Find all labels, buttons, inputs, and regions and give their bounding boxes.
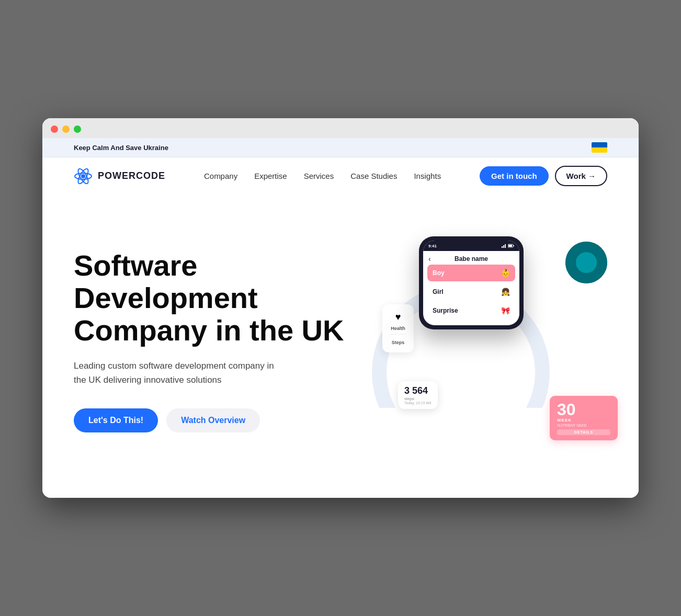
nav-expertise[interactable]: Expertise bbox=[254, 172, 287, 180]
nav-services[interactable]: Services bbox=[304, 172, 334, 180]
svg-rect-8 bbox=[513, 245, 514, 246]
phone-status-icons bbox=[502, 244, 514, 248]
svg-rect-6 bbox=[505, 244, 506, 248]
steps-widget-label: Steps bbox=[392, 340, 405, 345]
steps-sub: Today, 10:15 AM bbox=[404, 401, 432, 405]
flag-yellow bbox=[592, 147, 607, 153]
battery-icon bbox=[508, 244, 514, 248]
phone-list: Boy 👶 Girl 👧 Surprise 🎀 bbox=[423, 265, 519, 325]
health-widget: ♥ Health Steps bbox=[382, 304, 414, 352]
phone-item-boy-emoji: 👶 bbox=[501, 269, 510, 277]
phone-screen: 9:41 bbox=[423, 241, 519, 325]
phone-header: ‹ Babe name bbox=[423, 251, 519, 265]
maximize-button[interactable] bbox=[74, 126, 81, 133]
logo-text: POWERCODE bbox=[98, 170, 165, 181]
phone-item-boy-label: Boy bbox=[433, 269, 445, 277]
nav-links: Company Expertise Services Case Studies … bbox=[204, 172, 441, 181]
get-in-touch-button[interactable]: Get in touch bbox=[480, 166, 549, 186]
browser-window: Keep Calm And Save Ukraine POWERCODE Com… bbox=[42, 118, 639, 498]
logo[interactable]: POWERCODE bbox=[74, 167, 165, 186]
week-details: DETAILS bbox=[557, 429, 610, 435]
logo-icon bbox=[74, 167, 93, 186]
phone-list-item-boy: Boy 👶 bbox=[427, 265, 515, 281]
steps-card: 3 564 steps Today, 10:15 AM bbox=[398, 381, 438, 409]
phone-list-item-surprise: Surprise 🎀 bbox=[427, 302, 515, 319]
svg-point-0 bbox=[81, 174, 85, 178]
nav-company[interactable]: Company bbox=[204, 172, 237, 180]
widget-divider bbox=[390, 334, 406, 335]
top-banner: Keep Calm And Save Ukraine bbox=[42, 138, 639, 157]
phone-header-title: Babe name bbox=[455, 255, 488, 263]
browser-chrome bbox=[42, 118, 639, 138]
work-button[interactable]: Work → bbox=[555, 166, 607, 186]
phone-item-surprise-emoji: 🎀 bbox=[501, 306, 510, 315]
phone-mockup: 9:41 bbox=[419, 236, 524, 329]
signal-icon bbox=[502, 244, 507, 248]
hero-subtitle: Leading custom software development comp… bbox=[74, 359, 283, 387]
cta-secondary-button[interactable]: Watch Overview bbox=[166, 408, 260, 432]
phone-status-bar: 9:41 bbox=[423, 241, 519, 251]
nav-case-studies[interactable]: Case Studies bbox=[350, 172, 397, 180]
hero-title: Software Development Company in the UK bbox=[74, 249, 346, 346]
navbar: POWERCODE Company Expertise Services Cas… bbox=[42, 157, 639, 195]
close-button[interactable] bbox=[51, 126, 58, 133]
flag-blue bbox=[592, 142, 607, 147]
phone-item-surprise-label: Surprise bbox=[433, 307, 458, 314]
ukraine-flag-icon bbox=[592, 142, 607, 153]
nav-actions: Get in touch Work → bbox=[480, 166, 607, 186]
steps-info: 3 564 steps Today, 10:15 AM bbox=[404, 385, 432, 405]
cta-primary-button[interactable]: Let's Do This! bbox=[74, 408, 158, 432]
phone-item-girl-emoji: 👧 bbox=[501, 288, 510, 296]
phone-item-girl-label: Girl bbox=[433, 288, 444, 295]
hero-content: Software Development Company in the UK L… bbox=[74, 249, 346, 432]
svg-rect-5 bbox=[503, 245, 504, 248]
week-number: 30 bbox=[557, 401, 610, 418]
phone-list-item-girl: Girl 👧 bbox=[427, 283, 515, 300]
week-label: WEEK bbox=[557, 418, 610, 423]
steps-unit: steps bbox=[404, 396, 432, 401]
teal-donut-decoration bbox=[565, 242, 607, 283]
health-label: Health bbox=[391, 326, 405, 331]
hero-buttons: Let's Do This! Watch Overview bbox=[74, 408, 346, 432]
hero-visual: ♥ Health Steps 9:41 bbox=[388, 231, 607, 451]
phone-time: 9:41 bbox=[428, 244, 437, 248]
banner-text: Keep Calm And Save Ukraine bbox=[74, 144, 168, 152]
week-sub: NUTRIENT NEED bbox=[557, 424, 610, 427]
nav-insights[interactable]: Insights bbox=[414, 172, 441, 180]
week-card: 30 WEEK NUTRIENT NEED DETAILS bbox=[550, 396, 618, 440]
browser-content: Keep Calm And Save Ukraine POWERCODE Com… bbox=[42, 138, 639, 498]
steps-count: 3 564 bbox=[404, 385, 432, 396]
phone-back-arrow: ‹ bbox=[428, 255, 431, 263]
svg-rect-9 bbox=[508, 245, 512, 247]
hero-section: Software Development Company in the UK L… bbox=[42, 195, 639, 498]
svg-rect-4 bbox=[502, 246, 503, 248]
heart-icon: ♥ bbox=[395, 312, 401, 323]
minimize-button[interactable] bbox=[62, 126, 70, 133]
